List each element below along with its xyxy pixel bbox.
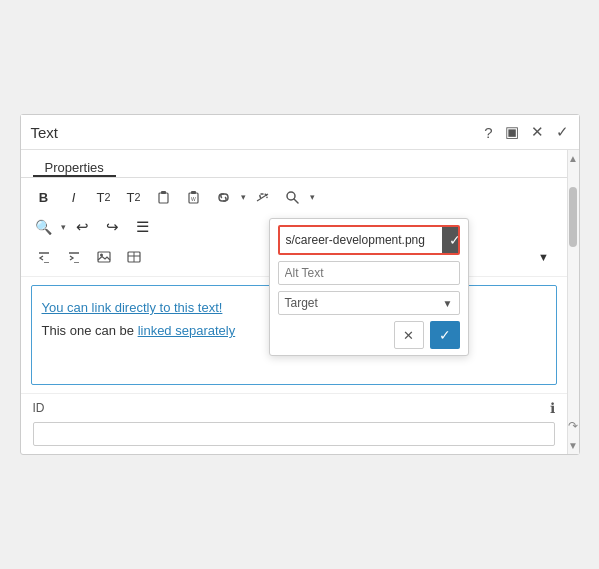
superscript-button[interactable]: T2 <box>121 184 147 210</box>
collapse-button[interactable]: ▼ <box>531 244 557 270</box>
panel-header: Text ? ▣ ✕ ✓ <box>21 115 579 150</box>
header-icons: ? ▣ ✕ ✓ <box>484 123 568 141</box>
svg-rect-16 <box>98 252 110 262</box>
scrollbar: ▲ ↷ ▼ <box>567 150 579 454</box>
svg-rect-3 <box>191 191 196 194</box>
paste-text-button[interactable] <box>151 184 177 210</box>
indent-increase-button[interactable] <box>61 244 87 270</box>
search-button[interactable] <box>280 184 306 210</box>
target-label: Target <box>285 296 443 310</box>
alt-text-input[interactable] <box>278 261 460 285</box>
id-info-icon: ℹ <box>550 400 555 416</box>
svg-text:W: W <box>191 196 196 202</box>
editor-link-1[interactable]: You can link directly to this text! <box>42 300 223 315</box>
toolbar-row-2: 🔍 ▾ ↩ ↪ ☰ ✓ <box>31 214 557 240</box>
tab-bar: Properties <box>21 150 567 178</box>
indent-decrease-button[interactable] <box>31 244 57 270</box>
id-input[interactable] <box>33 422 555 446</box>
svg-point-17 <box>100 254 103 257</box>
editor-link-2[interactable]: linked separately <box>138 323 236 338</box>
help-icon[interactable]: ? <box>484 124 492 141</box>
target-dropdown-icon: ▼ <box>443 298 453 309</box>
popup-btn-row: ✕ ✓ <box>278 321 460 349</box>
table-button[interactable] <box>121 244 147 270</box>
undo-button[interactable]: ↩ <box>70 214 96 240</box>
subscript-button[interactable]: T2 <box>91 184 117 210</box>
italic-button[interactable]: I <box>61 184 87 210</box>
svg-line-7 <box>294 199 298 203</box>
search-dropdown-arrow[interactable]: ▾ <box>310 192 315 202</box>
checkbox-mark: ✓ <box>449 232 460 248</box>
image-button[interactable] <box>91 244 117 270</box>
url-input[interactable] <box>280 229 442 251</box>
justify-button[interactable]: ☰ <box>130 214 156 240</box>
link-dropdown-arrow[interactable]: ▾ <box>241 192 246 202</box>
bold-button[interactable]: B <box>31 184 57 210</box>
zoom-button[interactable]: 🔍 <box>31 214 57 240</box>
link-button[interactable] <box>211 184 237 210</box>
editor-prefix: This one can be <box>42 323 138 338</box>
panel-title: Text <box>31 124 485 141</box>
text-panel: Text ? ▣ ✕ ✓ Properties B I T2 T2 <box>20 114 580 455</box>
tab-properties[interactable]: Properties <box>33 154 116 177</box>
popup-cancel-button[interactable]: ✕ <box>394 321 424 349</box>
scroll-down-icon[interactable]: ▼ <box>568 437 578 454</box>
paste-word-button[interactable]: W <box>181 184 207 210</box>
unlink-button[interactable] <box>250 184 276 210</box>
scroll-thumb[interactable] <box>569 187 577 247</box>
scroll-bottom-icon[interactable]: ↷ <box>564 415 582 437</box>
close-icon[interactable]: ✕ <box>531 123 544 141</box>
url-popup: ✓ Target ▼ ✕ ✓ <box>269 218 469 356</box>
url-input-row: ✓ <box>278 225 460 255</box>
scroll-up-icon[interactable]: ▲ <box>568 150 578 167</box>
panel-body: Properties B I T2 T2 W <box>21 150 579 454</box>
target-select[interactable]: Target ▼ <box>278 291 460 315</box>
zoom-dropdown-arrow[interactable]: ▾ <box>61 222 66 232</box>
url-checkbox[interactable]: ✓ <box>442 227 460 253</box>
main-content: Properties B I T2 T2 W <box>21 150 567 454</box>
svg-rect-1 <box>161 191 166 194</box>
redo-button[interactable]: ↪ <box>100 214 126 240</box>
popup-ok-button[interactable]: ✓ <box>430 321 460 349</box>
svg-rect-0 <box>159 193 168 203</box>
toolbar: B I T2 T2 W ▾ <box>21 178 567 277</box>
id-label: ID <box>33 401 550 415</box>
toolbar-row-1: B I T2 T2 W ▾ <box>31 184 557 210</box>
check-icon[interactable]: ✓ <box>556 123 569 141</box>
window-icon[interactable]: ▣ <box>505 123 519 141</box>
id-section: ID ℹ <box>21 393 567 422</box>
